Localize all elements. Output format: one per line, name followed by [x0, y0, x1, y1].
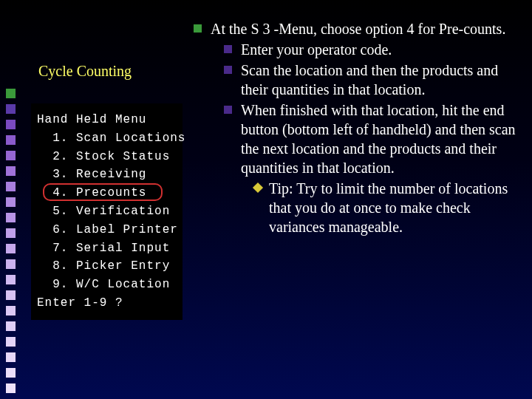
decor-square [6, 290, 16, 300]
decor-square [6, 197, 16, 207]
decor-square [6, 89, 16, 98]
bullet-level3: Tip: Try to limit the number of location… [254, 179, 519, 236]
bullet-level2: Enter your operator code. [224, 40, 519, 59]
square-bullet-icon [224, 45, 232, 53]
bullet-level2: When finished with that location, hit th… [224, 100, 519, 236]
bullet-level1: At the S 3 -Menu, choose option 4 for Pr… [194, 19, 519, 236]
decor-square [6, 104, 16, 114]
decor-square [6, 244, 16, 253]
decor-square [6, 321, 16, 331]
decor-square [6, 306, 16, 316]
terminal-menu-items: 1. Scan Locations 2. Stock Status 3. Rec… [37, 129, 180, 294]
square-bullet-icon [194, 24, 202, 33]
square-bullet-icon [224, 66, 232, 74]
terminal-screenshot: Hand Held Menu 1. Scan Locations 2. Stoc… [31, 103, 183, 320]
decor-square [6, 259, 16, 269]
decor-square [6, 151, 16, 160]
decor-square [6, 337, 16, 347]
decorative-square-column [3, 89, 21, 399]
bullet-l2-text: Enter your operator code. [241, 40, 519, 59]
terminal-menu-item: 1. Scan Locations [37, 129, 180, 148]
sub-list: Enter your operator code. Scan the locat… [211, 40, 519, 236]
terminal-menu-item: 8. Picker Entry [37, 257, 180, 276]
bullet-level2: Scan the location and then the products … [224, 61, 519, 99]
decor-square [6, 368, 16, 378]
content-area: At the S 3 -Menu, choose option 4 for Pr… [194, 19, 519, 236]
terminal-title: Hand Held Menu [37, 111, 180, 129]
bullet-l1-text: At the S 3 -Menu, choose option 4 for Pr… [211, 21, 505, 37]
decor-square [6, 182, 16, 191]
decor-square [6, 135, 16, 145]
terminal-prompt: Enter 1-9 ? [37, 294, 180, 313]
diamond-bullet-icon [253, 183, 263, 193]
bullet-l2-text: When finished with that location, hit th… [241, 102, 516, 176]
decor-square [6, 383, 16, 393]
bullet-l3-text: Tip: Try to limit the number of location… [269, 179, 519, 236]
slide-subtitle: Cycle Counting [38, 63, 132, 80]
terminal-menu-item: 9. W/C Location [37, 276, 180, 294]
decor-square [6, 120, 16, 129]
terminal-menu-item: 5. Verification [37, 202, 180, 221]
decor-square [6, 166, 16, 176]
terminal-menu-item: 3. Receiving [37, 166, 180, 184]
decor-square [6, 352, 16, 362]
square-bullet-icon [224, 106, 232, 114]
decor-square [6, 275, 16, 284]
terminal-menu-item: 2. Stock Status [37, 148, 180, 166]
terminal-menu-item: 4. Precounts [37, 184, 180, 202]
decor-square [6, 228, 16, 238]
terminal-menu-item: 6. Label Printer [37, 221, 180, 239]
terminal-menu-item: 7. Serial Input [37, 239, 180, 258]
decor-square [6, 213, 16, 222]
bullet-l2-text: Scan the location and then the products … [241, 61, 519, 99]
